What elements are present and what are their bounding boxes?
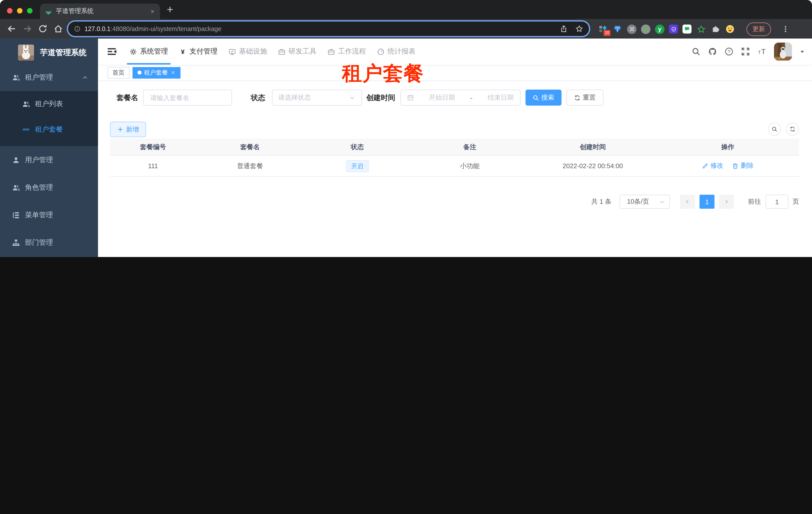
window-zoom-button[interactable] bbox=[27, 8, 32, 13]
chevron-down-icon bbox=[659, 198, 666, 205]
search-button-icon bbox=[532, 94, 539, 101]
current-page-button[interactable]: 1 bbox=[699, 195, 715, 209]
table-search-toggle-button[interactable] bbox=[768, 123, 781, 136]
user-icon bbox=[12, 156, 20, 164]
extension-emoji-icon[interactable] bbox=[725, 24, 735, 34]
bookmark-star-icon[interactable] bbox=[576, 25, 583, 32]
sidebar-item-部门管理[interactable]: 部门管理 bbox=[0, 229, 98, 256]
extension-chat-icon[interactable] bbox=[683, 25, 692, 33]
extension-badge: 10 bbox=[604, 30, 610, 36]
package-table: 套餐编号 套餐名 状态 备注 创建时间 操作 111 普通套餐 开启 小功能 2… bbox=[110, 139, 799, 177]
window-close-button[interactable] bbox=[7, 8, 12, 13]
column-header: 套餐编号 bbox=[110, 142, 196, 152]
address-bar[interactable]: 127.0.0.1:48080/admin-ui/system/tenant/p… bbox=[68, 22, 589, 36]
monitor-icon bbox=[229, 48, 236, 55]
status-badge: 开启 bbox=[346, 160, 369, 172]
forward-button[interactable] bbox=[23, 24, 32, 33]
share-icon[interactable] bbox=[560, 25, 568, 32]
browser-update-button[interactable]: 更新 bbox=[747, 22, 771, 36]
search-button[interactable]: 搜索 bbox=[525, 89, 561, 106]
nav-item-研发工具[interactable]: 研发工具 bbox=[272, 38, 322, 64]
cell-created-time: 2022-02-22 00:54:00 bbox=[529, 162, 657, 170]
users-icon bbox=[22, 100, 30, 108]
browser-menu-icon[interactable] bbox=[782, 25, 789, 33]
sidebar-menu: 租户管理租户列表租户套餐用户管理角色管理菜单管理部门管理岗位管理字典管理通知公告… bbox=[0, 63, 98, 257]
pagination-total: 共 1 条 bbox=[591, 197, 611, 206]
back-button[interactable] bbox=[7, 24, 17, 33]
reset-refresh-icon bbox=[574, 94, 580, 101]
help-icon[interactable] bbox=[725, 47, 733, 56]
header-actions bbox=[692, 43, 812, 60]
prev-page-button[interactable] bbox=[680, 195, 695, 209]
edit-action-link[interactable]: 修改 bbox=[702, 161, 723, 170]
extension-gem-icon[interactable] bbox=[612, 24, 622, 34]
extension-star-icon[interactable] bbox=[696, 24, 706, 34]
extension-command-icon[interactable] bbox=[627, 24, 637, 34]
sidebar-item-菜单管理[interactable]: 菜单管理 bbox=[0, 201, 98, 229]
sidebar: 芋道管理系统 租户管理租户列表租户套餐用户管理角色管理菜单管理部门管理岗位管理字… bbox=[0, 38, 98, 257]
goto-label: 前往 bbox=[748, 197, 761, 206]
tab-title: 芋道管理系统 bbox=[56, 7, 150, 16]
nav-item-label: 研发工具 bbox=[289, 47, 317, 56]
app-title: 芋道管理系统 bbox=[40, 47, 87, 58]
home-button[interactable] bbox=[54, 24, 63, 33]
nav-item-工作流程[interactable]: 工作流程 bbox=[322, 38, 372, 64]
table-refresh-button[interactable] bbox=[786, 123, 799, 136]
nav-item-支付管理[interactable]: 支付管理 bbox=[174, 38, 223, 64]
sidebar-item-租户管理[interactable]: 租户管理 bbox=[0, 63, 98, 91]
pagination: 共 1 条 10条/页 1 前往 页 bbox=[591, 195, 799, 209]
add-button[interactable]: 新增 bbox=[110, 121, 146, 137]
browser-tab[interactable]: 芋道管理系统 bbox=[40, 3, 160, 19]
package-name-input[interactable] bbox=[143, 89, 232, 106]
extension-shield-icon[interactable] bbox=[669, 25, 678, 33]
next-page-button[interactable] bbox=[719, 195, 734, 209]
date-range-picker[interactable]: 开始日期 - 结束日期 bbox=[400, 89, 520, 106]
tag-active-dot bbox=[138, 71, 142, 75]
yen-icon bbox=[179, 48, 186, 55]
tab-close-icon[interactable] bbox=[150, 9, 155, 14]
github-icon[interactable] bbox=[708, 47, 717, 56]
sidebar-item-租户套餐[interactable]: 租户套餐 bbox=[0, 117, 98, 142]
extension-dot-icon[interactable] bbox=[641, 24, 650, 34]
reload-button[interactable] bbox=[38, 24, 48, 33]
sidebar-item-租户列表[interactable]: 租户列表 bbox=[0, 91, 98, 117]
screen: 芋道管理系统 127.0.0.1:48080/admin-ui/system/t… bbox=[0, 0, 812, 257]
date-separator: - bbox=[470, 94, 472, 101]
extension-tiles-icon[interactable]: 10 bbox=[598, 24, 608, 34]
date-end-placeholder: 结束日期 bbox=[488, 93, 514, 102]
search-icon[interactable] bbox=[692, 47, 700, 56]
new-tab-button[interactable] bbox=[166, 5, 174, 13]
close-icon bbox=[171, 70, 175, 75]
briefcase-icon bbox=[278, 48, 286, 55]
tag-label: 首页 bbox=[113, 68, 124, 77]
font-size-icon[interactable] bbox=[757, 47, 766, 56]
extension-puzzle-icon[interactable] bbox=[710, 24, 721, 34]
sidebar-collapse-icon[interactable] bbox=[107, 47, 117, 57]
main-content: 套餐名 状态 请选择状态 创建时间 开始日期 - 结束日期 搜索 bbox=[98, 82, 812, 257]
site-info-icon[interactable] bbox=[74, 26, 81, 32]
tag-租户套餐[interactable]: 租户套餐 bbox=[133, 67, 180, 78]
sidebar-item-岗位管理[interactable]: 岗位管理 bbox=[0, 256, 98, 257]
reset-button[interactable]: 重置 bbox=[566, 89, 603, 106]
nav-item-系统管理[interactable]: 系统管理 bbox=[124, 38, 174, 64]
sidebar-item-label: 租户列表 bbox=[35, 99, 63, 108]
tag-首页[interactable]: 首页 bbox=[108, 67, 129, 78]
nav-item-统计报表[interactable]: 统计报表 bbox=[372, 38, 421, 64]
avatar-caret-icon[interactable] bbox=[800, 49, 805, 54]
red-annotation-text: 租户套餐 bbox=[342, 61, 424, 85]
page-size-select[interactable]: 10条/页 bbox=[619, 195, 670, 209]
avatar[interactable] bbox=[774, 43, 792, 60]
goto-page-input[interactable] bbox=[765, 195, 788, 209]
nav-item-基础设施[interactable]: 基础设施 bbox=[223, 38, 272, 64]
date-start-placeholder: 开始日期 bbox=[429, 93, 455, 102]
sidebar-item-角色管理[interactable]: 角色管理 bbox=[0, 174, 98, 201]
table-row: 111 普通套餐 开启 小功能 2022-02-22 00:54:00 修改 删… bbox=[110, 156, 799, 177]
delete-action-link[interactable]: 删除 bbox=[732, 161, 754, 170]
extension-y-icon[interactable]: y bbox=[655, 24, 665, 34]
cell-package-id: 111 bbox=[110, 162, 196, 170]
fullscreen-icon[interactable] bbox=[741, 47, 750, 56]
sidebar-item-用户管理[interactable]: 用户管理 bbox=[0, 146, 98, 174]
sidebar-item-label: 菜单管理 bbox=[25, 211, 53, 219]
window-minimize-button[interactable] bbox=[17, 8, 23, 13]
status-select[interactable]: 请选择状态 bbox=[272, 89, 362, 106]
